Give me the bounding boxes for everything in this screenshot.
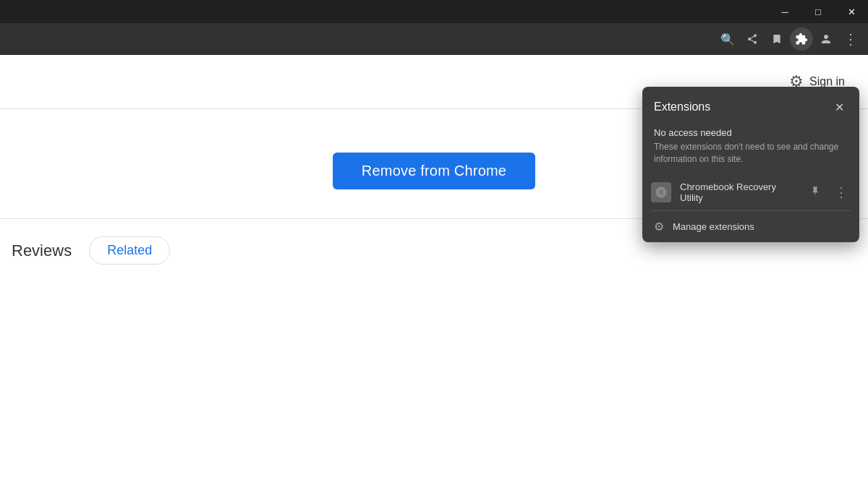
profile-icon[interactable]: [814, 27, 838, 51]
close-button[interactable]: ✕: [835, 0, 868, 23]
manage-extensions-label: Manage extensions: [673, 221, 754, 232]
reviews-label: Reviews: [12, 241, 72, 260]
no-access-title: No access needed: [654, 127, 848, 138]
extension-icon: [651, 182, 671, 202]
remove-from-chrome-button[interactable]: Remove from Chrome: [333, 153, 535, 189]
no-access-section: No access needed These extensions don't …: [642, 124, 859, 174]
browser-toolbar: 🔍 ⋮: [0, 23, 868, 55]
manage-extensions-item[interactable]: ⚙ Manage extensions: [642, 211, 859, 242]
extensions-popup: Extensions ✕ No access needed These exte…: [642, 87, 859, 242]
extension-name: Chromebook Recovery Utility: [680, 181, 799, 203]
bookmark-icon[interactable]: [765, 27, 788, 51]
menu-icon[interactable]: ⋮: [839, 27, 862, 51]
title-bar: ─ □ ✕: [0, 0, 868, 23]
zoom-icon[interactable]: 🔍: [716, 27, 739, 51]
extension-item-chromebook-recovery[interactable]: Chromebook Recovery Utility ⋮: [642, 174, 859, 210]
more-options-icon[interactable]: ⋮: [832, 181, 851, 203]
page-content: ⚙ Sign in Remove from Chrome Reviews Rel…: [0, 55, 868, 488]
popup-title: Extensions: [654, 100, 710, 114]
minimize-button[interactable]: ─: [768, 0, 801, 23]
pin-icon[interactable]: [807, 183, 823, 201]
maximize-button[interactable]: □: [801, 0, 835, 23]
popup-header: Extensions ✕: [642, 87, 859, 124]
share-icon[interactable]: [741, 27, 764, 51]
no-access-desc: These extensions don't need to see and c…: [654, 141, 848, 166]
popup-close-button[interactable]: ✕: [830, 98, 848, 116]
extensions-icon[interactable]: [790, 27, 813, 51]
manage-gear-icon: ⚙: [654, 220, 664, 234]
related-tab[interactable]: Related: [89, 236, 170, 265]
